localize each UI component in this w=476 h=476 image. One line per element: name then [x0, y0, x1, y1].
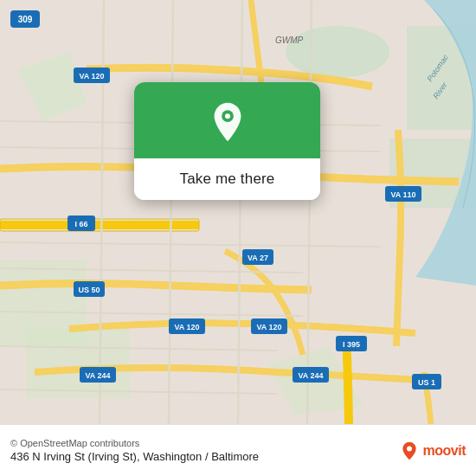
popup-card: Take me there — [134, 82, 320, 200]
svg-point-1 — [286, 26, 389, 78]
svg-text:VA 120: VA 120 — [79, 72, 104, 80]
map-container: 309 VA 120 VA 120 VA 120 VA 120 VA 120 I… — [0, 0, 476, 424]
svg-point-54 — [225, 113, 230, 119]
svg-text:VA 120: VA 120 — [256, 323, 281, 331]
svg-text:VA 27: VA 27 — [248, 254, 268, 262]
moovit-pin-icon — [400, 441, 419, 460]
svg-text:I 395: I 395 — [343, 340, 360, 349]
svg-text:GWMP: GWMP — [275, 35, 304, 45]
attribution-text: © OpenStreetMap contributors — [10, 438, 391, 448]
address-text: 436 N Irving St (Irving St), Washington … — [10, 450, 391, 463]
svg-text:VA 110: VA 110 — [390, 190, 415, 199]
popup-icon-area — [134, 82, 320, 158]
svg-text:I 66: I 66 — [74, 220, 87, 228]
location-pin-icon — [207, 101, 248, 143]
take-me-there-button[interactable]: Take me there — [134, 158, 320, 200]
svg-text:VA 120: VA 120 — [174, 323, 199, 331]
svg-rect-6 — [26, 329, 130, 398]
footer-bar: © OpenStreetMap contributors 436 N Irvin… — [0, 424, 476, 476]
svg-text:US 1: US 1 — [418, 378, 435, 387]
svg-rect-8 — [0, 221, 199, 229]
svg-text:VA 244: VA 244 — [298, 371, 323, 380]
footer-content: © OpenStreetMap contributors 436 N Irvin… — [10, 438, 391, 463]
svg-text:309: 309 — [18, 15, 33, 24]
svg-text:VA 244: VA 244 — [85, 371, 110, 380]
moovit-wordmark: moovit — [423, 443, 466, 459]
svg-text:US 50: US 50 — [78, 286, 100, 294]
moovit-logo: moovit — [400, 441, 466, 460]
svg-point-55 — [407, 446, 412, 451]
map-background: 309 VA 120 VA 120 VA 120 VA 120 VA 120 I… — [0, 0, 476, 424]
